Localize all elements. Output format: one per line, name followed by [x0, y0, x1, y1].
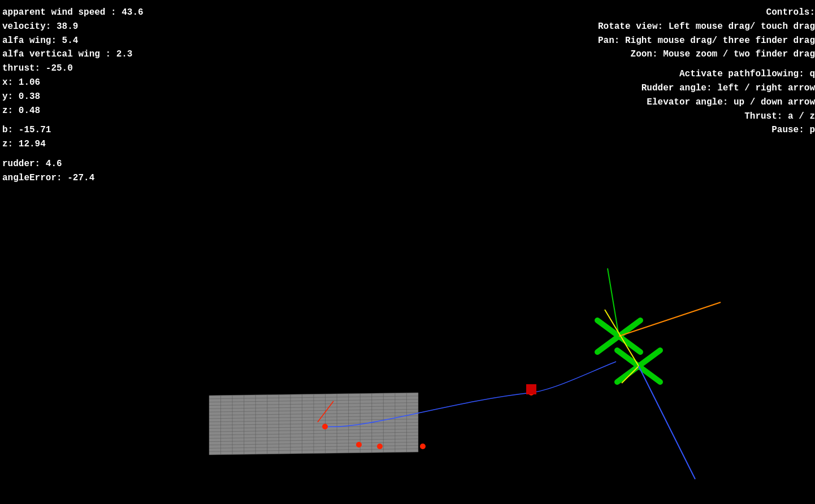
- z-val: z: 0.48: [2, 104, 144, 118]
- alfa-vertical-wing: alfa vertical wing : 2.3: [2, 47, 144, 62]
- rudder-control: Rudder angle: left / right arrow: [598, 81, 815, 95]
- rotate-control: Rotate view: Left mouse drag/ touch drag: [598, 20, 815, 34]
- apparent-wind-speed: apparent wind speed : 43.6: [2, 6, 144, 20]
- y-val: y: 0.38: [2, 90, 144, 104]
- velocity: velocity: 38.9: [2, 20, 144, 34]
- thrust: thrust: -25.0: [2, 62, 144, 76]
- activate-control: Activate pathfollowing: q: [598, 67, 815, 81]
- pause-control: Pause: p: [598, 123, 815, 137]
- controls-title: Controls:: [598, 6, 815, 20]
- z2-val: z: 12.94: [2, 137, 144, 151]
- x-val: x: 1.06: [2, 76, 144, 90]
- thrust-control: Thrust: a / z: [598, 110, 815, 124]
- right-controls-panel: Controls: Rotate view: Left mouse drag/ …: [598, 6, 815, 137]
- alfa-wing: alfa wing: 5.4: [2, 34, 144, 48]
- zoom-control: Zoon: Mouse zoom / two finder drag: [598, 47, 815, 62]
- angle-error-val: angleError: -27.4: [2, 171, 144, 185]
- pan-control: Pan: Right mouse drag/ three finder drag: [598, 34, 815, 48]
- elevator-control: Elevator angle: up / down arrow: [598, 95, 815, 110]
- b-val: b: -15.71: [2, 123, 144, 137]
- left-stats-panel: apparent wind speed : 43.6 velocity: 38.…: [2, 6, 144, 185]
- rudder-val: rudder: 4.6: [2, 157, 144, 171]
